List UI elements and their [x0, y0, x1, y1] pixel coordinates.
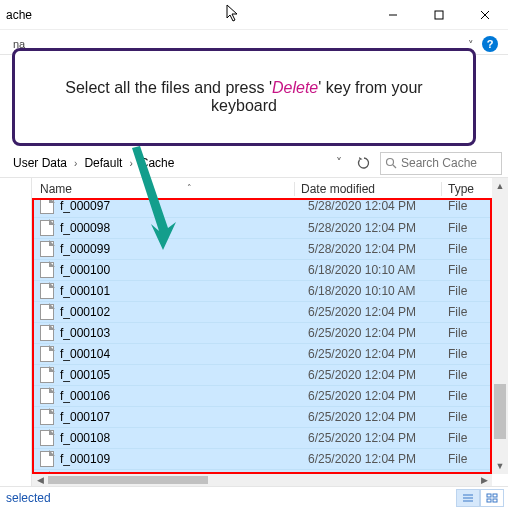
- file-row[interactable]: f_000100 6/18/2020 10:10 AM File: [32, 260, 492, 281]
- column-headers: Name ˄ Date modified Type: [32, 178, 508, 200]
- file-date: 6/25/2020 12:04 PM: [308, 431, 448, 445]
- horizontal-scrollbar[interactable]: ◀ ▶: [32, 474, 492, 486]
- file-name: f_000100: [60, 263, 110, 277]
- file-row[interactable]: f_000107 6/25/2020 12:04 PM File: [32, 407, 492, 428]
- svg-rect-9: [487, 494, 491, 497]
- file-icon: [40, 346, 54, 362]
- file-date: 5/28/2020 12:04 PM: [308, 242, 448, 256]
- file-row[interactable]: f_000102 6/25/2020 12:04 PM File: [32, 302, 492, 323]
- file-icon: [40, 304, 54, 320]
- column-name-label: Name: [40, 182, 72, 196]
- close-icon: [480, 10, 490, 20]
- file-icon: [40, 262, 54, 278]
- file-date: 6/25/2020 12:04 PM: [308, 326, 448, 340]
- file-name: f_000108: [60, 431, 110, 445]
- file-icon: [40, 325, 54, 341]
- file-icon: [40, 451, 54, 467]
- refresh-button[interactable]: [352, 152, 376, 175]
- file-type: File: [448, 347, 492, 361]
- search-icon: [385, 157, 397, 169]
- scroll-up-icon[interactable]: ▲: [492, 178, 508, 194]
- file-date: 6/25/2020 12:04 PM: [308, 452, 448, 466]
- breadcrumb-dropdown-icon[interactable]: ˅: [330, 156, 348, 170]
- cursor-icon: [226, 4, 242, 24]
- scroll-down-icon[interactable]: ▼: [492, 458, 508, 474]
- file-icon: [40, 241, 54, 257]
- callout-arrow-icon: [128, 146, 178, 256]
- file-name: f_000105: [60, 368, 110, 382]
- maximize-button[interactable]: [416, 0, 462, 30]
- chevron-right-icon[interactable]: ›: [70, 158, 81, 169]
- close-button[interactable]: [462, 0, 508, 30]
- minimize-icon: [388, 10, 398, 20]
- title-bar: ache: [0, 0, 508, 30]
- file-row[interactable]: f_000104 6/25/2020 12:04 PM File: [32, 344, 492, 365]
- file-row[interactable]: f_000097 5/28/2020 12:04 PM File: [32, 200, 492, 218]
- file-row[interactable]: f_000099 5/28/2020 12:04 PM File: [32, 239, 492, 260]
- file-type: File: [448, 410, 492, 424]
- callout-text-before: Select all the files and press ': [65, 79, 272, 96]
- file-date: 6/25/2020 12:04 PM: [308, 389, 448, 403]
- main-area: Name ˄ Date modified Type f_000097 5/28/…: [0, 178, 508, 486]
- file-date: 5/28/2020 12:04 PM: [308, 200, 448, 213]
- file-row[interactable]: f_000106 6/25/2020 12:04 PM File: [32, 386, 492, 407]
- callout-keyword: Delete: [272, 79, 318, 96]
- file-icon: [40, 200, 54, 214]
- file-name: f_000101: [60, 284, 110, 298]
- file-type: File: [448, 221, 492, 235]
- file-type: File: [448, 305, 492, 319]
- navigation-pane[interactable]: [0, 178, 32, 486]
- large-icons-view-button[interactable]: [480, 489, 504, 507]
- minimize-button[interactable]: [370, 0, 416, 30]
- file-icon: [40, 409, 54, 425]
- scroll-left-icon[interactable]: ◀: [32, 474, 48, 486]
- help-icon[interactable]: ?: [482, 36, 498, 52]
- breadcrumb-seg-1[interactable]: User Data: [10, 156, 70, 170]
- file-row[interactable]: f_000101 6/18/2020 10:10 AM File: [32, 281, 492, 302]
- file-date: 6/18/2020 10:10 AM: [308, 284, 448, 298]
- file-row[interactable]: f_000109 6/25/2020 12:04 PM File: [32, 449, 492, 470]
- large-icons-icon: [486, 493, 498, 503]
- file-type: File: [448, 452, 492, 466]
- file-date: 6/25/2020 12:04 PM: [308, 347, 448, 361]
- window-buttons: [370, 0, 508, 30]
- view-toggles: [456, 489, 504, 507]
- scroll-right-icon[interactable]: ▶: [476, 474, 492, 486]
- svg-point-4: [387, 159, 394, 166]
- file-type: File: [448, 326, 492, 340]
- file-type: File: [448, 263, 492, 277]
- file-name: f_000104: [60, 347, 110, 361]
- file-icon: [40, 430, 54, 446]
- file-type: File: [448, 200, 492, 213]
- scroll-thumb[interactable]: [494, 384, 506, 439]
- window-title: ache: [6, 8, 32, 22]
- file-name: f_000107: [60, 410, 110, 424]
- details-view-icon: [462, 493, 474, 503]
- file-name: f_000098: [60, 221, 110, 235]
- search-box[interactable]: [380, 152, 502, 175]
- file-name: f_000106: [60, 389, 110, 403]
- column-type[interactable]: Type: [448, 182, 492, 196]
- file-date: 6/25/2020 12:04 PM: [308, 410, 448, 424]
- details-view-button[interactable]: [456, 489, 480, 507]
- breadcrumb-seg-2[interactable]: Default: [81, 156, 125, 170]
- file-row[interactable]: f_000108 6/25/2020 12:04 PM File: [32, 428, 492, 449]
- file-date: 6/25/2020 12:04 PM: [308, 305, 448, 319]
- instruction-callout: Select all the files and press 'Delete' …: [12, 48, 476, 146]
- file-row[interactable]: f_000105 6/25/2020 12:04 PM File: [32, 365, 492, 386]
- svg-rect-11: [487, 499, 491, 502]
- scroll-thumb[interactable]: [48, 476, 208, 484]
- vertical-scrollbar[interactable]: ▲ ▼: [492, 178, 508, 474]
- file-date: 6/25/2020 12:04 PM: [308, 368, 448, 382]
- file-rows: f_000097 5/28/2020 12:04 PM File f_00009…: [32, 200, 492, 474]
- column-date[interactable]: Date modified: [301, 182, 441, 196]
- search-input[interactable]: [401, 156, 485, 170]
- sort-asc-icon: ˄: [187, 183, 192, 193]
- file-date: 5/28/2020 12:04 PM: [308, 221, 448, 235]
- status-text: selected: [6, 491, 51, 505]
- file-icon: [40, 220, 54, 236]
- file-date: 6/18/2020 10:10 AM: [308, 263, 448, 277]
- status-bar: selected: [0, 486, 508, 508]
- file-row[interactable]: f_000098 5/28/2020 12:04 PM File: [32, 218, 492, 239]
- file-row[interactable]: f_000103 6/25/2020 12:04 PM File: [32, 323, 492, 344]
